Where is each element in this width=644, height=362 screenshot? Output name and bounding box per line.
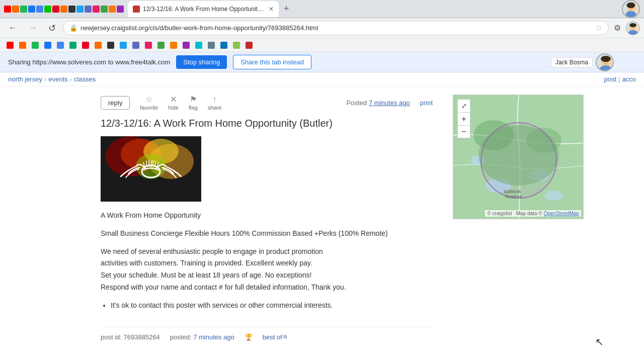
page-content: reply ☆ favorite ✕ hide ⚑ flag ↑ share P… xyxy=(0,86,644,349)
main-area: reply ☆ favorite ✕ hide ⚑ flag ↑ share P… xyxy=(0,86,453,349)
extensions-icon[interactable]: ⚙ xyxy=(612,21,623,35)
bm10-icon xyxy=(120,42,127,49)
breadcrumb-sep-2: › xyxy=(70,75,72,83)
sharing-text: Sharing https://www.solveres.com to www.… xyxy=(8,58,170,66)
favicon12 xyxy=(93,6,100,13)
favicon5 xyxy=(36,6,43,13)
breadcrumb-post-link[interactable]: post xyxy=(604,75,617,83)
post-bullet-1: It's ok to contact this poster with serv… xyxy=(111,300,403,312)
print-link[interactable]: print xyxy=(420,99,433,107)
bookmark-16[interactable] xyxy=(193,41,205,50)
bookmark-8[interactable] xyxy=(92,41,104,50)
bookmark-9[interactable] xyxy=(105,41,117,50)
post-description: We need of several enthusiastic people t… xyxy=(101,246,403,294)
bookmark-15[interactable] xyxy=(180,41,192,50)
map-attribution: © craigslist · Map data © OpenStreetMap xyxy=(485,210,581,217)
address-bar[interactable]: 🔒 newjersey.craigslist.org/cls/d/butler-… xyxy=(63,21,609,35)
stop-sharing-button[interactable]: Stop sharing xyxy=(176,55,227,69)
bm8-icon xyxy=(95,42,102,49)
bm13-icon xyxy=(157,42,165,49)
favorite-action[interactable]: ☆ favorite xyxy=(140,95,158,111)
new-tab-button[interactable]: + xyxy=(281,4,292,14)
yt-bm-icon xyxy=(7,42,14,49)
share-action[interactable]: ↑ share xyxy=(208,95,222,111)
favicon15 xyxy=(117,6,124,13)
favorite-label: favorite xyxy=(140,105,158,111)
profile-button[interactable] xyxy=(626,21,640,35)
bookmark-14[interactable] xyxy=(168,41,180,50)
breadcrumb: north jersey › events › classes post | a… xyxy=(0,72,644,86)
bookmark-17[interactable] xyxy=(205,41,217,50)
posted-label: Posted xyxy=(347,99,367,107)
best-of-text: best of xyxy=(263,333,282,341)
flag-action[interactable]: ⚑ flag xyxy=(189,95,198,111)
reload-button[interactable]: ↺ xyxy=(44,21,60,36)
favicon14 xyxy=(109,6,116,13)
bookmark-10[interactable] xyxy=(117,41,129,50)
bookmark-6[interactable] xyxy=(67,41,79,50)
bookmark-11[interactable] xyxy=(130,41,142,50)
bookmark-20[interactable] xyxy=(243,41,255,50)
map-area: Splitrock Reserve ⤢ + − © craigslist · M… xyxy=(453,86,589,349)
bm18-icon xyxy=(220,42,227,49)
bookmark-3[interactable] xyxy=(29,41,41,50)
back-button[interactable]: ← xyxy=(4,21,21,35)
share-tab-button[interactable]: Share this tab instead xyxy=(233,55,311,69)
user-label: Jack Bosma xyxy=(551,57,593,67)
breadcrumb-right-sep: | xyxy=(618,75,620,83)
map-fullscreen-button[interactable]: ⤢ xyxy=(457,99,470,112)
posted-footer-time[interactable]: 7 minutes ago xyxy=(193,333,234,341)
bookmark-7[interactable] xyxy=(79,41,92,50)
favicon13 xyxy=(101,6,108,13)
actions-bar: reply ☆ favorite ✕ hide ⚑ flag ↑ share P… xyxy=(101,95,433,111)
favorite-icon: ☆ xyxy=(145,95,152,104)
map-zoom-in-button[interactable]: + xyxy=(457,112,470,125)
close-tab-icon[interactable]: ✕ xyxy=(269,6,274,13)
bookmark-5[interactable] xyxy=(54,41,66,50)
craigslist-favicon xyxy=(133,6,140,13)
forward-button[interactable]: → xyxy=(24,21,41,35)
lock-icon: 🔒 xyxy=(69,24,77,32)
browser-chrome: 12/3-12/16: A Work From Home Opportunity… xyxy=(0,0,644,52)
post-meta: Posted 7 minutes ago xyxy=(347,99,410,107)
breadcrumb-acco-link[interactable]: acco xyxy=(622,75,636,83)
map-zoom-out-button[interactable]: − xyxy=(457,125,470,138)
openstreetmap-link[interactable]: OpenStreetMap xyxy=(543,211,579,216)
reply-button[interactable]: reply xyxy=(101,96,130,110)
breadcrumb-events[interactable]: events xyxy=(48,75,67,83)
bookmark-4[interactable] xyxy=(42,41,54,50)
bookmark-yt[interactable] xyxy=(4,41,16,50)
svg-text:Reserve: Reserve xyxy=(505,194,522,199)
bookmark-19[interactable] xyxy=(230,41,243,50)
bookmark-18[interactable] xyxy=(218,41,230,50)
hide-icon: ✕ xyxy=(170,95,177,104)
post-image xyxy=(101,136,201,202)
breadcrumb-classes[interactable]: classes xyxy=(74,75,96,83)
favicon9 xyxy=(68,6,75,13)
share-icon: ↑ xyxy=(213,95,217,104)
bookmark-2[interactable] xyxy=(17,41,29,50)
bm19-icon xyxy=(233,42,240,49)
bookmark-13[interactable] xyxy=(155,41,167,50)
breadcrumb-north-jersey[interactable]: north jersey xyxy=(8,75,42,83)
avatar xyxy=(622,0,640,18)
post-intro: A Work From Home Opportunity xyxy=(101,210,403,222)
nav-bar: ← → ↺ 🔒 newjersey.craigslist.org/cls/d/b… xyxy=(0,18,644,38)
svg-point-1 xyxy=(626,11,636,17)
post-footer: post id: 7693885264 posted: 7 minutes ag… xyxy=(101,327,433,341)
favicon6 xyxy=(44,6,51,13)
map-container: Splitrock Reserve ⤢ + − © craigslist · M… xyxy=(453,95,584,219)
post-bullets: It's ok to contact this poster with serv… xyxy=(111,300,403,312)
favicon4 xyxy=(28,6,35,13)
active-tab[interactable]: 12/3-12/16: A Work From Home Opportunity… xyxy=(128,1,279,17)
favicon8 xyxy=(60,6,67,13)
best-of-link[interactable]: best of ⧉ xyxy=(263,333,287,341)
bookmark-12[interactable] xyxy=(142,41,154,50)
hide-action[interactable]: ✕ hide xyxy=(168,95,179,111)
hide-label: hide xyxy=(168,105,179,111)
bookmark-star-icon[interactable]: ☆ xyxy=(595,23,602,33)
svg-point-6 xyxy=(628,30,637,35)
svg-point-31 xyxy=(481,123,556,198)
posted-time-link[interactable]: 7 minutes ago xyxy=(369,99,410,107)
post-id-label: post id: 7693885264 xyxy=(101,333,160,341)
